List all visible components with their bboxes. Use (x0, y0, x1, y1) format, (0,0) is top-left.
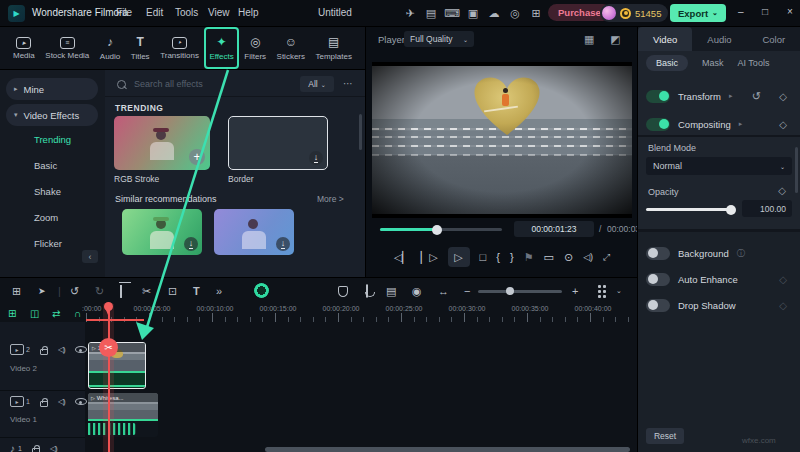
transform-toggle[interactable] (646, 90, 670, 103)
reset-transform-icon[interactable]: ↺ (752, 90, 761, 103)
tab-stock-media[interactable]: ≡Stock Media (40, 27, 94, 69)
delete-icon[interactable] (120, 285, 122, 298)
player-layout-icon[interactable]: ▦ (584, 33, 594, 46)
download-icon[interactable]: ↓ (309, 151, 323, 165)
blend-mode-dropdown[interactable]: Normal⌄ (646, 157, 792, 175)
tab-audio[interactable]: ♪Audio (95, 27, 125, 69)
speaker-icon[interactable]: ◁) (583, 252, 593, 262)
pointer-tool-icon[interactable]: ➤ (38, 284, 46, 298)
window-maximize-button[interactable]: □ (762, 6, 768, 17)
tab-titles[interactable]: TTitles (126, 27, 155, 69)
mute-speaker-icon[interactable]: ◁) (58, 345, 65, 354)
add-effect-icon[interactable]: + (189, 149, 205, 165)
display-device-icon[interactable]: ▭ (544, 251, 554, 264)
menu-help[interactable]: Help (238, 7, 259, 18)
tab-color[interactable]: Color (747, 27, 800, 51)
scopes-icon[interactable]: ◩ (610, 33, 620, 46)
auto-enhance-toggle[interactable] (646, 273, 670, 286)
snapshot-icon[interactable]: ⊙ (564, 251, 573, 264)
menu-file[interactable]: File (116, 7, 132, 18)
play-button[interactable]: ▷ (448, 247, 470, 267)
workspace-icon[interactable]: ⊞ (526, 7, 546, 20)
reset-button[interactable]: Reset (646, 428, 684, 444)
clip-video1[interactable]: ▷Whitesa... (88, 393, 158, 437)
effects-scrollbar[interactable] (359, 114, 363, 150)
mute-speaker-icon[interactable]: ◁) (50, 444, 57, 452)
more-tools-icon[interactable]: » (216, 284, 222, 298)
menu-tools[interactable]: Tools (175, 7, 198, 18)
track-manager-icon[interactable] (598, 285, 606, 298)
window-minimize-button[interactable]: – (738, 6, 744, 17)
undo-icon[interactable]: ↺ (70, 284, 79, 298)
promo-icon[interactable]: ✈ (400, 7, 420, 20)
category-flicker[interactable]: Flicker (34, 238, 62, 249)
tab-transitions[interactable]: ‣Transitions (155, 27, 204, 69)
keyframe-icon[interactable]: ◇ (778, 185, 786, 196)
voiceover-mic-icon[interactable] (366, 284, 368, 298)
category-shake[interactable]: Shake (34, 186, 61, 197)
drop-shadow-toggle[interactable] (646, 299, 670, 312)
crop-icon[interactable]: ⊡ (168, 284, 177, 298)
next-frame-icon[interactable]: ▏▷ (421, 251, 438, 264)
similar-effect-card-2[interactable]: ↓ (214, 209, 294, 255)
zoom-slider-knob[interactable] (506, 287, 514, 295)
video-preview[interactable] (372, 62, 632, 218)
mark-in-icon[interactable]: { (496, 251, 500, 263)
save-icon[interactable]: ▣ (463, 7, 483, 20)
similar-effect-card-1[interactable]: ↓ (122, 209, 202, 255)
tasks-icon[interactable]: ▤ (421, 7, 441, 20)
text-tool-icon[interactable]: T (193, 284, 200, 298)
keyframe-icon[interactable]: ◇ (779, 300, 787, 311)
visibility-eye-icon[interactable] (75, 398, 87, 405)
mark-out-icon[interactable]: } (510, 251, 514, 263)
link-clips-icon[interactable]: ◫ (30, 308, 39, 319)
split-scissors-icon[interactable]: ✂ (142, 284, 151, 298)
stop-icon[interactable]: □ (480, 251, 487, 263)
tab-filters[interactable]: ◎Filters (239, 27, 271, 69)
subtab-basic[interactable]: Basic (646, 55, 688, 71)
auto-ripple-icon[interactable]: ⇄ (52, 308, 60, 319)
keyframe-icon[interactable]: ◇ (779, 91, 787, 102)
avatar[interactable] (602, 6, 616, 20)
fullscreen-icon[interactable]: ⤢ (603, 252, 610, 263)
expand-icon[interactable]: ▸ (729, 92, 733, 100)
download-icon[interactable]: ↓ (184, 237, 198, 251)
tab-media[interactable]: ▸Media (8, 27, 40, 69)
download-icon[interactable]: ↓ (276, 237, 290, 251)
previous-frame-icon[interactable]: ◁▏ (394, 251, 411, 264)
keyboard-icon[interactable]: ⌨ (442, 7, 462, 20)
menu-edit[interactable]: Edit (146, 7, 163, 18)
window-close-button[interactable]: × (787, 6, 793, 17)
captions-icon[interactable]: ▤ (386, 284, 396, 298)
track-manager-caret-icon[interactable]: ⌄ (616, 284, 622, 298)
effect-card-rgb-stroke[interactable]: + (114, 116, 210, 170)
quality-dropdown[interactable]: Full Quality⌄ (404, 31, 474, 47)
properties-scrollbar[interactable] (795, 147, 799, 193)
keyframe-icon[interactable]: ◇ (779, 274, 787, 285)
lock-icon[interactable] (40, 349, 48, 355)
timeline-zoom-slider[interactable] (478, 290, 562, 293)
opacity-slider[interactable] (646, 208, 734, 211)
playhead-line[interactable] (108, 304, 110, 452)
tab-stickers[interactable]: ☺Stickers (272, 27, 310, 69)
keyframe-icon[interactable]: ◇ (779, 119, 787, 130)
opacity-knob[interactable] (726, 205, 736, 215)
media-browser-icon[interactable]: ⊞ (12, 284, 21, 298)
scrubber-knob[interactable] (432, 225, 442, 235)
opacity-value[interactable]: 100.00 (742, 200, 792, 217)
lock-icon[interactable] (32, 448, 40, 452)
category-basic[interactable]: Basic (34, 160, 57, 171)
category-trending[interactable]: Trending (34, 134, 71, 145)
subtab-ai-tools[interactable]: AI Tools (738, 58, 770, 68)
background-toggle[interactable] (646, 247, 670, 260)
tab-effects[interactable]: ✦Effects (204, 27, 238, 69)
zoom-in-icon[interactable]: + (572, 284, 578, 298)
support-icon[interactable]: ◎ (505, 7, 525, 20)
snap-magnet-icon[interactable]: ∩ (74, 308, 81, 319)
filter-all-dropdown[interactable]: All⌄ (300, 76, 334, 92)
visibility-eye-icon[interactable] (75, 346, 87, 353)
timeline-horizontal-scrollbar[interactable] (265, 447, 630, 452)
fit-timeline-icon[interactable]: ↔ (438, 284, 449, 298)
compositing-toggle[interactable] (646, 118, 670, 131)
search-input[interactable] (134, 79, 274, 89)
